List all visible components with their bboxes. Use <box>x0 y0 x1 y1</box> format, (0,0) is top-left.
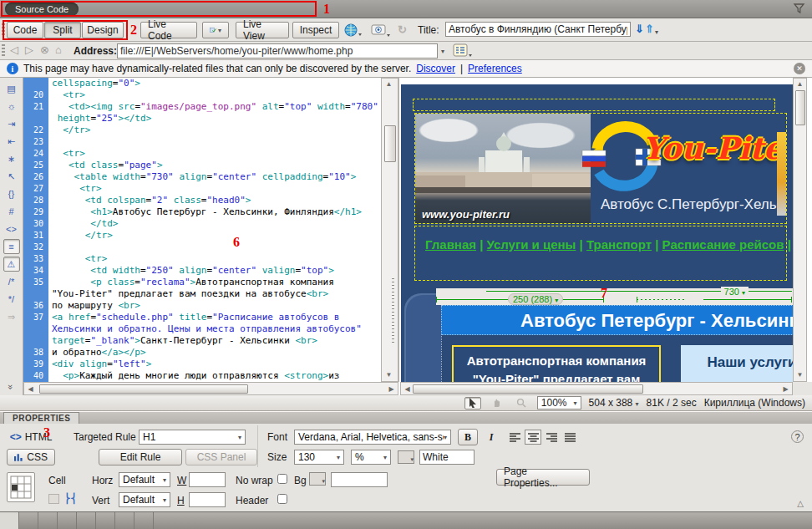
scroll-down-icon[interactable]: ▼ <box>794 369 806 381</box>
address-dropdown-icon[interactable]: ▾ <box>441 48 444 55</box>
file-get-icon[interactable]: ⇓ <box>635 23 644 35</box>
column-width-label[interactable]: 250 (288) ▾ <box>508 293 563 305</box>
indent-code-icon[interactable]: ⇒ <box>3 309 20 324</box>
targeted-rule-dropdown[interactable]: H1▾ <box>139 430 246 445</box>
magnification-dropdown[interactable]: 100%▾ <box>537 396 581 409</box>
results-tab[interactable] <box>134 512 154 529</box>
bold-button[interactable]: B <box>458 429 478 445</box>
highlight-invalid-icon[interactable]: <> <box>3 221 20 237</box>
nav-link[interactable]: Главная <box>425 237 476 252</box>
align-right-icon[interactable] <box>543 430 560 445</box>
scroll-up-icon[interactable]: ▲ <box>383 79 395 90</box>
page-heading-bar[interactable]: Автобус Петербург - Хельсинки <box>441 305 793 335</box>
refresh-icon[interactable]: ↻ <box>398 23 407 36</box>
open-documents-icon[interactable]: ▤ <box>3 81 20 96</box>
italic-button[interactable]: I <box>481 429 501 445</box>
page-properties-button[interactable]: Page Properties... <box>496 469 590 486</box>
design-horizontal-scrollbar[interactable]: ◀ ▶ <box>400 382 793 395</box>
select-tool-icon[interactable] <box>464 397 481 409</box>
file-list-icon[interactable] <box>453 43 473 58</box>
bg-color-field[interactable] <box>331 472 388 487</box>
remove-comment-icon[interactable]: */ <box>3 292 20 307</box>
zoom-tool-icon[interactable] <box>513 397 530 409</box>
caret-down-icon[interactable]: ▾ <box>655 28 658 36</box>
code-navigator-icon[interactable]: ☼ <box>3 99 20 114</box>
more-options-icon[interactable]: » <box>7 384 17 389</box>
results-tab[interactable] <box>115 512 134 529</box>
toolbar-grip[interactable] <box>2 44 5 58</box>
horz-dropdown[interactable]: Default▾ <box>119 472 170 487</box>
height-field[interactable] <box>189 492 226 507</box>
font-dropdown[interactable]: Verdana, Arial, Helvetica, sans-serif▾ <box>294 430 451 445</box>
code-pane[interactable]: cellspacing="0"> 20 <tr> 21 <td><img src… <box>23 78 381 382</box>
address-input[interactable] <box>117 43 438 58</box>
back-icon[interactable]: ◁ <box>10 43 18 56</box>
width-field[interactable] <box>189 472 226 487</box>
unit-dropdown[interactable]: %▾ <box>351 450 391 465</box>
scrollbar-thumb[interactable] <box>795 90 805 125</box>
table-width-bar[interactable]: 730 ▾ 250 (288) ▾ <box>436 288 793 305</box>
page-content-row[interactable]: Автотранспортная компания "You-Piter" пр… <box>441 336 793 382</box>
scrollbar-thumb[interactable] <box>384 125 396 162</box>
nav-link[interactable]: Транспорт <box>586 237 652 252</box>
results-tab[interactable] <box>0 512 19 529</box>
collapse-selection-icon[interactable]: ⇤ <box>3 134 20 149</box>
results-tab[interactable] <box>58 512 77 529</box>
expand-all-icon[interactable]: ∗ <box>3 151 20 166</box>
apply-comment-icon[interactable]: /* <box>3 274 20 289</box>
nav-link[interactable]: Услуги и цены <box>487 237 576 252</box>
help-icon[interactable]: ? <box>791 430 804 443</box>
results-tab[interactable] <box>19 512 38 529</box>
align-left-icon[interactable] <box>506 430 523 445</box>
merge-cells-icon[interactable] <box>48 494 59 504</box>
word-wrap-icon[interactable]: ≡ <box>3 239 20 254</box>
live-code-button[interactable]: Live Code <box>140 22 197 38</box>
line-numbers-icon[interactable]: # <box>3 204 20 219</box>
code-vertical-scrollbar[interactable]: ▲ ▼ <box>381 78 398 382</box>
css-mode-button[interactable]: CSS <box>7 449 55 465</box>
scroll-right-icon[interactable]: ▶ <box>385 384 398 395</box>
code-horizontal-scrollbar[interactable]: ◀ ▶ <box>23 382 398 395</box>
design-pane[interactable]: www.you-piter.ru You-Piter Автобус С.Пет… <box>398 78 793 382</box>
file-put-icon[interactable]: ⇑ <box>645 23 654 35</box>
header-checkbox[interactable] <box>277 494 287 504</box>
window-size-dropdown[interactable]: 504 x 388 ▾ <box>589 397 639 409</box>
results-tab[interactable] <box>96 512 115 529</box>
scrollbar-thumb[interactable] <box>413 384 643 394</box>
text-color-swatch[interactable]: ▾ <box>398 450 414 464</box>
size-dropdown[interactable]: 130▾ <box>294 450 344 465</box>
scroll-left-icon[interactable]: ◀ <box>24 384 37 395</box>
collapse-full-tag-icon[interactable]: ⇥ <box>3 116 20 131</box>
nowrap-checkbox[interactable] <box>277 474 287 484</box>
forward-icon[interactable]: ▷ <box>25 43 33 56</box>
select-parent-tag-icon[interactable]: ↖ <box>3 169 20 184</box>
hand-tool-icon[interactable] <box>489 397 505 409</box>
site-header-image[interactable]: www.you-piter.ru You-Piter Автобус С.Пет… <box>414 113 787 224</box>
syntax-error-alerts-icon[interactable]: ⚠ <box>3 257 20 272</box>
scroll-left-icon[interactable]: ◀ <box>401 384 414 395</box>
edit-rule-button[interactable]: Edit Rule <box>99 449 182 465</box>
pane-splitter[interactable] <box>392 278 394 345</box>
live-view-button[interactable]: Live View <box>236 22 289 38</box>
scrollbar-thumb[interactable] <box>39 384 248 394</box>
scroll-down-icon[interactable]: ▼ <box>383 369 395 381</box>
discover-link[interactable]: Discover <box>416 63 455 74</box>
check-browser-compat-button[interactable]: ▾ <box>202 22 229 38</box>
filter-icon[interactable] <box>793 3 805 14</box>
nav-link[interactable]: Расписание рейсов <box>662 237 784 252</box>
preferences-link[interactable]: Preferences <box>468 63 522 74</box>
split-cell-icon[interactable]: ⎬⎨ <box>63 493 78 504</box>
scroll-up-icon[interactable]: ▲ <box>794 79 806 90</box>
title-input[interactable] <box>445 22 631 37</box>
collapse-panel-icon[interactable]: △ <box>797 499 804 508</box>
properties-tab[interactable]: PROPERTIES <box>3 412 79 424</box>
preview-in-browser-icon[interactable] <box>344 23 363 37</box>
balance-braces-icon[interactable]: {} <box>3 186 20 201</box>
css-panel-button[interactable]: CSS Panel <box>185 449 257 465</box>
align-center-icon[interactable] <box>525 430 541 445</box>
table-row-outline[interactable] <box>413 99 775 111</box>
table-width-label[interactable]: 730 ▾ <box>721 287 749 297</box>
results-tab[interactable] <box>38 512 58 529</box>
scroll-right-icon[interactable]: ▶ <box>779 384 792 395</box>
color-name-field[interactable] <box>419 450 475 465</box>
